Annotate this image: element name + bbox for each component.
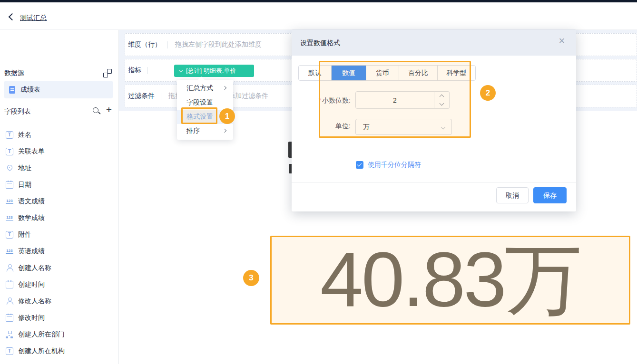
datasource-item-label: 成绩表	[20, 86, 40, 94]
number-icon	[6, 198, 13, 205]
field-item[interactable]: 数学成绩	[0, 210, 119, 226]
thousands-separator-label: 使用千分位分隔符	[368, 161, 421, 169]
number-icon	[6, 214, 13, 222]
close-icon[interactable]: ×	[556, 35, 568, 47]
unit-select[interactable]: 万	[355, 119, 452, 135]
dimension-label: 维度（行）	[128, 40, 161, 49]
menu-item-label: 格式设置	[186, 113, 213, 121]
calendar-icon	[6, 281, 13, 288]
tab-percentage[interactable]: 百分比	[399, 66, 437, 80]
field-item[interactable]: 创建人所在机构	[0, 343, 119, 359]
field-item[interactable]: 地址	[0, 160, 119, 176]
search-icon[interactable]	[92, 107, 101, 115]
annotation-badge-2: 2	[480, 85, 496, 101]
tab-scientific[interactable]: 科学型	[437, 66, 475, 80]
modal-title: 设置数值格式	[300, 39, 340, 48]
field-item[interactable]: 创建人名称	[0, 259, 119, 276]
metric-tag[interactable]: [总计] 明细表.单价	[174, 65, 254, 77]
calendar-icon	[6, 181, 13, 189]
menu-item-label: 字段设置	[186, 98, 213, 107]
stepper-down-icon[interactable]	[434, 100, 449, 108]
chevron-down-icon	[179, 69, 183, 73]
location-icon	[6, 164, 13, 172]
unit-select-value: 万	[363, 123, 370, 131]
text-icon	[6, 131, 13, 139]
menu-item-summary-method[interactable]: 汇总方式	[177, 81, 233, 96]
datasource-label: 数据源	[4, 69, 24, 77]
org-icon	[6, 331, 13, 338]
tab-default[interactable]: 默认	[299, 66, 331, 80]
filter-label: 过滤条件	[128, 92, 155, 100]
save-button[interactable]: 保存	[533, 187, 567, 203]
divider	[167, 41, 168, 48]
modal-footer: 取消 保存	[292, 182, 576, 211]
decimal-places-label: *小数位数:	[305, 96, 351, 105]
calendar-icon	[6, 314, 13, 322]
text-icon	[6, 347, 13, 355]
modal-header: 设置数值格式 ×	[292, 29, 576, 56]
field-item[interactable]: 关联表单	[0, 143, 119, 160]
field-list-label: 字段列表	[4, 107, 31, 116]
swap-datasource-icon[interactable]	[103, 69, 112, 77]
chevron-right-icon	[223, 129, 226, 133]
stepper-up-icon[interactable]	[434, 92, 449, 100]
format-settings-modal: 设置数值格式 × 默认 数值 货币 百分比 科学型 *小数位数: 单位: 万 使…	[292, 29, 576, 211]
breadcrumb-title[interactable]: 测试汇总	[20, 14, 47, 22]
person-icon	[6, 297, 13, 305]
thousands-separator-checkbox[interactable]	[356, 161, 363, 169]
field-item[interactable]: 英语成绩	[0, 243, 119, 259]
field-item[interactable]: 附件	[0, 226, 119, 243]
divider	[147, 67, 148, 74]
dimension-placeholder: 拖拽左侧字段到此处添加维度	[175, 40, 262, 49]
field-item[interactable]: 姓名	[0, 126, 119, 143]
person-icon	[6, 264, 13, 272]
summary-preview-value: 40.83万	[270, 236, 630, 325]
annotation-badge-1: 1	[219, 108, 235, 124]
annotation-badge-3: 3	[243, 270, 259, 286]
field-item[interactable]: 日期	[0, 176, 119, 193]
field-item[interactable]: 创建人所在部门	[0, 326, 119, 343]
sidebar: 数据源 成绩表 字段列表 + 姓名 关联表单 地址 日期	[0, 30, 119, 364]
metric-label: 指标	[128, 66, 141, 75]
document-icon	[9, 86, 15, 94]
datasource-item[interactable]: 成绩表	[4, 81, 113, 98]
menu-item-sort[interactable]: 排序	[177, 124, 233, 138]
text-icon	[6, 231, 13, 239]
thousands-separator-row[interactable]: 使用千分位分隔符	[356, 161, 421, 169]
menu-item-label: 排序	[186, 127, 200, 135]
back-button[interactable]	[7, 12, 16, 22]
text-icon	[6, 148, 13, 155]
app-header: 测试汇总	[0, 2, 637, 29]
menu-item-label: 汇总方式	[186, 84, 213, 93]
unit-label: 单位:	[305, 122, 351, 131]
tab-currency[interactable]: 货币	[366, 66, 399, 80]
field-list: 姓名 关联表单 地址 日期 语文成绩 数	[0, 126, 119, 364]
divider	[161, 93, 161, 100]
field-item[interactable]: 修改时间	[0, 309, 119, 326]
chevron-down-icon	[441, 125, 445, 129]
field-item[interactable]: 语文成绩	[0, 193, 119, 210]
cancel-button[interactable]: 取消	[496, 187, 529, 203]
chevron-right-icon	[223, 86, 226, 90]
field-item[interactable]: 创建时间	[0, 276, 119, 293]
quantity-stepper	[434, 91, 450, 109]
tab-number[interactable]: 数值	[331, 66, 366, 80]
add-field-icon[interactable]: +	[104, 105, 114, 115]
metric-tag-label: [总计] 明细表.单价	[186, 67, 236, 75]
decimal-places-input[interactable]	[355, 91, 434, 109]
number-icon	[6, 248, 13, 255]
required-asterisk: *	[319, 96, 321, 104]
field-item[interactable]: 明细表.购买科目	[0, 359, 119, 364]
field-item[interactable]: 修改人名称	[0, 293, 119, 309]
menu-item-field-settings[interactable]: 字段设置	[177, 96, 233, 110]
format-type-tabs: 默认 数值 货币 百分比 科学型	[298, 65, 476, 81]
